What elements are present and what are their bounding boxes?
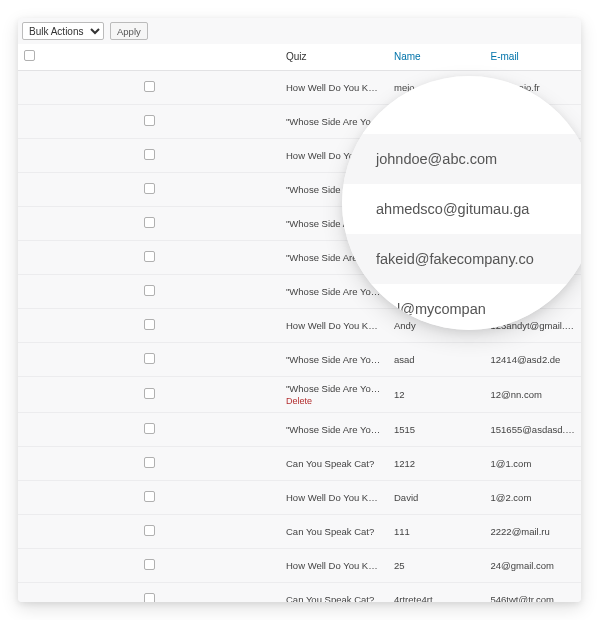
checkbox-icon[interactable] [144,149,155,160]
quiz-cell[interactable]: How Well Do You Know the Real Trial of O… [280,548,388,582]
row-checkbox-cell[interactable] [18,138,280,172]
email-cell: 1@1.com [485,446,582,480]
apply-button[interactable]: Apply [110,22,148,40]
row-checkbox-cell[interactable] [18,480,280,514]
bulk-actions-select[interactable]: Bulk Actions [22,22,104,40]
table-header-row: Quiz Name E-mail [18,44,581,70]
email-cell: 2222@mail.ru [485,514,582,548]
checkbox-icon[interactable] [144,457,155,468]
table-row: "Whose Side Are You On" In Marvel's Civi… [18,342,581,376]
checkbox-icon[interactable] [144,217,155,228]
quiz-cell[interactable]: "Whose Side Are You On" In Marvel's Civi… [280,412,388,446]
table-row: How Well Do You Know the Real Trial of O… [18,548,581,582]
row-checkbox-cell[interactable] [18,446,280,480]
row-checkbox-cell[interactable] [18,342,280,376]
table-row: How Well Do You Know the Real Trial of O… [18,480,581,514]
name-cell: 111 [388,514,485,548]
row-checkbox-cell[interactable] [18,274,280,308]
name-header[interactable]: Name [388,44,485,70]
name-cell: 25 [388,548,485,582]
name-cell: David [388,480,485,514]
table-row: Can You Speak Cat?1112222@mail.ru [18,514,581,548]
quiz-cell[interactable]: Can You Speak Cat? [280,582,388,602]
name-cell: 12 [388,376,485,412]
row-checkbox-cell[interactable] [18,104,280,138]
row-checkbox-cell[interactable] [18,582,280,602]
bulk-actions-row: Bulk Actions Apply [22,22,148,40]
checkbox-icon[interactable] [144,115,155,126]
quiz-cell[interactable]: How Well Do You Know the Real Trial of O… [280,308,388,342]
checkbox-icon[interactable] [144,319,155,330]
row-checkbox-cell[interactable] [18,240,280,274]
name-cell: 1515 [388,412,485,446]
select-all-header[interactable] [18,44,280,70]
row-checkbox-cell[interactable] [18,548,280,582]
quiz-cell[interactable]: Can You Speak Cat? [280,446,388,480]
checkbox-icon[interactable] [24,50,35,61]
magnifier-email: johndoe@abc.com [342,134,581,184]
email-header[interactable]: E-mail [485,44,582,70]
magnifier-email: fakeid@fakecompany.co [342,234,581,284]
table-row: "Whose Side Are You On" In Marvel's Civi… [18,376,581,412]
checkbox-icon[interactable] [144,353,155,364]
row-checkbox-cell[interactable] [18,412,280,446]
email-cell: 546twt@tr.com [485,582,582,602]
delete-link[interactable]: Delete [286,396,382,406]
checkbox-icon[interactable] [144,285,155,296]
table-row: Can You Speak Cat?4rtrete4rt546twt@tr.co… [18,582,581,602]
checkbox-icon[interactable] [144,525,155,536]
row-checkbox-cell[interactable] [18,376,280,412]
magnifier-overlay: johndoe@abc.com ahmedsco@gitumau.ga fake… [342,76,581,330]
row-checkbox-cell[interactable] [18,206,280,240]
checkbox-icon[interactable] [144,183,155,194]
checkbox-icon[interactable] [144,423,155,434]
email-cell: 12@nn.com [485,376,582,412]
row-checkbox-cell[interactable] [18,308,280,342]
table-row: "Whose Side Are You On" In Marvel's Civi… [18,412,581,446]
results-card: Bulk Actions Apply Quiz Name E-mail How … [18,18,581,602]
checkbox-icon[interactable] [144,388,155,399]
quiz-cell[interactable]: How Well Do You Know the Real Trial of O… [280,480,388,514]
quiz-cell[interactable]: "Whose Side Are You On" In Marvel's Civi… [280,376,388,412]
name-cell: 1212 [388,446,485,480]
quiz-cell[interactable]: Can You Speak Cat? [280,514,388,548]
checkbox-icon[interactable] [144,559,155,570]
checkbox-icon[interactable] [144,251,155,262]
name-cell: asad [388,342,485,376]
checkbox-icon[interactable] [144,491,155,502]
email-cell: 24@gmail.com [485,548,582,582]
magnifier-email: ahmedsco@gitumau.ga [342,184,581,234]
quiz-header[interactable]: Quiz [280,44,388,70]
name-cell: 4rtrete4rt [388,582,485,602]
email-cell: 12414@asd2.de [485,342,582,376]
quiz-cell[interactable]: How Well Do You Know the Real Trial of O… [280,70,388,104]
checkbox-icon[interactable] [144,593,155,603]
email-cell: 1@2.com [485,480,582,514]
checkbox-icon[interactable] [144,81,155,92]
row-checkbox-cell[interactable] [18,70,280,104]
quiz-cell[interactable]: "Whose Side Are You On" In Marvel's Civi… [280,342,388,376]
row-checkbox-cell[interactable] [18,514,280,548]
table-row: Can You Speak Cat?12121@1.com [18,446,581,480]
email-cell: 151655@asdasd.sad [485,412,582,446]
row-checkbox-cell[interactable] [18,172,280,206]
